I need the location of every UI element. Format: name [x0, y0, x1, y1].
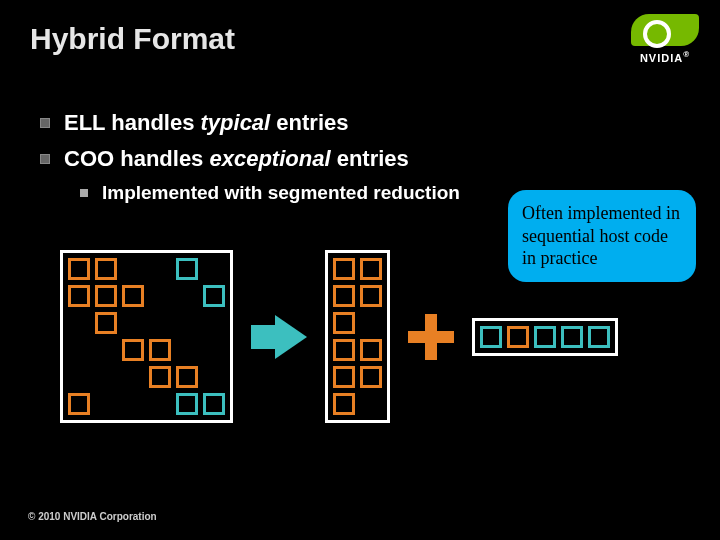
nvidia-eye-icon	[631, 14, 699, 46]
cell-orange	[149, 339, 171, 361]
cell-orange	[95, 258, 117, 280]
cell-empty	[122, 312, 144, 334]
cell-orange	[333, 258, 355, 280]
cell-empty	[360, 312, 382, 334]
bullet-coo-em: exceptional	[209, 146, 330, 171]
cell-empty	[122, 366, 144, 388]
cell-empty	[203, 312, 225, 334]
bullet-icon	[40, 154, 50, 164]
source-sparse-matrix	[60, 250, 233, 423]
bullet-coo-prefix: COO handles	[64, 146, 209, 171]
bullet-ell: ELL handles typical entries	[40, 110, 700, 136]
nvidia-logo-text: NVIDIA®	[628, 50, 702, 64]
cell-teal	[176, 258, 198, 280]
cell-empty	[122, 393, 144, 415]
matrix-row	[68, 366, 225, 388]
sub-bullet-icon	[80, 189, 88, 197]
bullet-ell-em: typical	[201, 110, 271, 135]
bullet-coo-text: COO handles exceptional entries	[64, 146, 409, 172]
bullet-ell-suffix: entries	[270, 110, 348, 135]
bullet-ell-prefix: ELL handles	[64, 110, 201, 135]
cell-orange	[360, 339, 382, 361]
cell-empty	[149, 258, 171, 280]
cell-orange	[176, 366, 198, 388]
cell-empty	[68, 339, 90, 361]
ell-matrix	[325, 250, 390, 423]
cell-orange	[507, 326, 529, 348]
cell-orange	[333, 285, 355, 307]
cell-teal	[480, 326, 502, 348]
hybrid-format-diagram	[60, 250, 618, 423]
cell-orange	[333, 339, 355, 361]
cell-orange	[360, 285, 382, 307]
arrow-right-icon	[275, 315, 307, 359]
arrow-container	[251, 315, 307, 359]
cell-orange	[68, 285, 90, 307]
cell-orange	[333, 312, 355, 334]
cell-empty	[149, 312, 171, 334]
cell-empty	[95, 366, 117, 388]
cell-orange	[360, 366, 382, 388]
bullet-coo-suffix: entries	[331, 146, 409, 171]
cell-orange	[122, 285, 144, 307]
cell-empty	[122, 258, 144, 280]
cell-orange	[68, 393, 90, 415]
cell-orange	[149, 366, 171, 388]
cell-orange	[68, 258, 90, 280]
cell-orange	[360, 258, 382, 280]
cell-orange	[95, 285, 117, 307]
cell-orange	[95, 312, 117, 334]
slide-title: Hybrid Format	[30, 22, 235, 56]
cell-empty	[360, 393, 382, 415]
cell-teal	[561, 326, 583, 348]
cell-orange	[333, 366, 355, 388]
matrix-row	[68, 393, 225, 415]
nvidia-logo: NVIDIA®	[628, 14, 702, 64]
bullet-icon	[40, 118, 50, 128]
bullet-sub-text: Implemented with segmented reduction	[102, 182, 460, 204]
cell-empty	[176, 339, 198, 361]
coo-row	[472, 318, 618, 356]
matrix-row	[68, 312, 225, 334]
matrix-row	[333, 366, 382, 388]
matrix-row	[68, 258, 225, 280]
cell-teal	[176, 393, 198, 415]
cell-teal	[203, 393, 225, 415]
cell-empty	[176, 312, 198, 334]
cell-empty	[149, 393, 171, 415]
matrix-row	[333, 285, 382, 307]
cell-orange	[122, 339, 144, 361]
cell-empty	[203, 258, 225, 280]
copyright-text: © 2010 NVIDIA Corporation	[28, 511, 157, 522]
cell-orange	[333, 393, 355, 415]
matrix-row	[333, 393, 382, 415]
logo-brand: NVIDIA	[640, 52, 683, 64]
plus-icon	[408, 314, 454, 360]
cell-empty	[203, 366, 225, 388]
bullet-coo: COO handles exceptional entries	[40, 146, 700, 172]
cell-teal	[203, 285, 225, 307]
matrix-row	[68, 339, 225, 361]
cell-empty	[176, 285, 198, 307]
cell-empty	[95, 393, 117, 415]
cell-empty	[149, 285, 171, 307]
matrix-row	[333, 312, 382, 334]
logo-reg: ®	[683, 50, 690, 59]
bullet-ell-text: ELL handles typical entries	[64, 110, 348, 136]
cell-empty	[68, 366, 90, 388]
cell-teal	[588, 326, 610, 348]
cell-teal	[534, 326, 556, 348]
cell-empty	[203, 339, 225, 361]
cell-empty	[68, 312, 90, 334]
matrix-row	[68, 285, 225, 307]
matrix-row	[333, 258, 382, 280]
cell-empty	[95, 339, 117, 361]
matrix-row	[333, 339, 382, 361]
